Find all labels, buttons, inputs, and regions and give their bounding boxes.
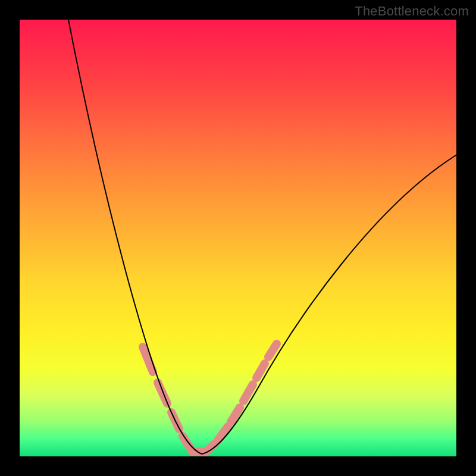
left-band-overlay (143, 347, 191, 449)
right-band-overlay (205, 344, 277, 452)
watermark-text: TheBottleneck.com (355, 4, 469, 19)
chart-svg (20, 20, 456, 456)
outer-frame: TheBottleneck.com (0, 0, 476, 476)
left-curve (67, 14, 202, 454)
